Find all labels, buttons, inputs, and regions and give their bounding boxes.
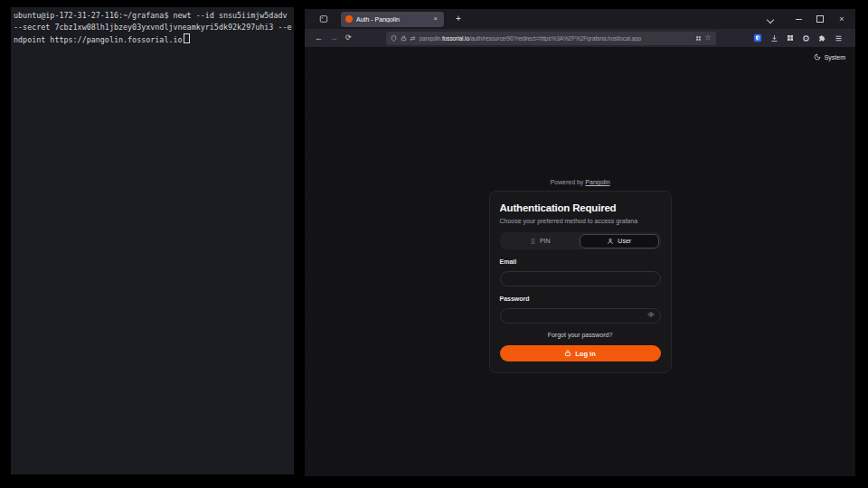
- terminal-window[interactable]: ubuntu@ip-172-31-27-116:~/grafana$ newt …: [11, 7, 294, 474]
- tab-pin[interactable]: PIN: [501, 234, 580, 249]
- login-lock-icon: [564, 350, 571, 357]
- terminal-line: --secret 7cbz1xw08lh1jbzey03yxvndljvneam…: [14, 22, 292, 33]
- browser-window: Auth - Pangolin × + × ← → ⟳: [305, 9, 855, 476]
- page-content: System Powered by Pangolin Authenticatio…: [305, 47, 855, 476]
- user-icon: [607, 238, 614, 245]
- firefox-view-icon: [319, 14, 328, 23]
- forward-button[interactable]: →: [326, 34, 342, 42]
- tab-title: Auth - Pangolin: [356, 16, 429, 23]
- forgot-password-link[interactable]: Forgot your password?: [500, 332, 661, 338]
- tracking-protection-shield-icon[interactable]: [391, 35, 397, 42]
- bookmark-star-icon[interactable]: ☆: [705, 34, 712, 42]
- tab-close-icon[interactable]: ×: [432, 14, 439, 23]
- maximize-icon: [816, 15, 824, 23]
- back-button[interactable]: ←: [311, 34, 326, 42]
- reload-button[interactable]: ⟳: [342, 34, 355, 42]
- terminal-output: ubuntu@ip-172-31-27-116:~/grafana$ newt …: [11, 7, 294, 46]
- firefox-view-button[interactable]: [316, 12, 331, 26]
- url-bar[interactable]: ⇄ pangolin.fossorial.io/auth/resource/90…: [386, 32, 716, 45]
- password-input[interactable]: [500, 308, 661, 324]
- list-tabs-chevron-icon[interactable]: [768, 16, 774, 23]
- window-controls: ×: [794, 14, 846, 23]
- minimize-button[interactable]: [794, 14, 803, 23]
- password-field-wrap: [500, 305, 661, 324]
- email-field-wrap: [500, 268, 661, 286]
- powered-by: Powered by Pangolin: [305, 179, 855, 185]
- url-domain: fossorial.io: [442, 35, 469, 42]
- show-password-eye-icon[interactable]: [647, 311, 655, 318]
- extension-circle-icon[interactable]: [802, 34, 810, 42]
- lock-icon[interactable]: [401, 35, 407, 42]
- password-label: Password: [500, 296, 661, 302]
- theme-switcher-label: System: [825, 54, 845, 61]
- login-button[interactable]: Log in: [500, 345, 661, 361]
- terminal-cursor: [184, 33, 190, 43]
- downloads-icon[interactable]: [770, 34, 778, 42]
- email-label: Email: [500, 258, 661, 265]
- url-text[interactable]: pangolin.fossorial.io/auth/resource/90?r…: [420, 35, 692, 42]
- card-title: Authentication Required: [500, 202, 661, 214]
- containers-grid-icon[interactable]: [787, 34, 794, 42]
- toolbar-extension-icons: [753, 33, 843, 42]
- url-path: /auth/resource/90?redirect=https%3A%2F%2…: [469, 35, 641, 42]
- minimize-icon: [796, 19, 802, 20]
- tab-user-label: User: [618, 238, 631, 244]
- url-prefix: pangolin.: [420, 35, 442, 42]
- menu-hamburger-icon[interactable]: [835, 34, 843, 42]
- pangolin-favicon-icon: [345, 15, 353, 23]
- auth-card: Authentication Required Choose your pref…: [489, 191, 672, 373]
- pin-dialpad-icon: [530, 238, 536, 245]
- browser-tab-auth-pangolin[interactable]: Auth - Pangolin ×: [341, 12, 444, 27]
- powered-by-text: Powered by: [550, 179, 583, 185]
- auth-method-tabs: PIN User: [500, 232, 661, 249]
- page-actions-grid-icon[interactable]: [695, 35, 702, 42]
- new-tab-button[interactable]: +: [452, 14, 465, 24]
- pangolin-link[interactable]: Pangolin: [585, 179, 609, 185]
- terminal-line: ndpoint https://pangolin.fossorial.io: [14, 33, 292, 46]
- desktop-screen: ubuntu@ip-172-31-27-116:~/grafana$ newt …: [0, 0, 868, 488]
- card-subtitle: Choose your preferred method to access g…: [500, 217, 661, 225]
- theme-switcher-button[interactable]: System: [814, 53, 845, 61]
- tab-pin-label: PIN: [540, 238, 551, 244]
- moon-icon: [814, 53, 821, 61]
- browser-tab-bar: Auth - Pangolin × + ×: [305, 9, 855, 29]
- maximize-button[interactable]: [816, 14, 825, 23]
- terminal-line: ubuntu@ip-172-31-27-116:~/grafana$ newt …: [14, 10, 292, 22]
- email-input[interactable]: [500, 271, 661, 286]
- close-window-button[interactable]: ×: [837, 14, 846, 23]
- browser-nav-toolbar: ← → ⟳ ⇄ pangolin.fossorial.io/auth/resou…: [305, 29, 855, 47]
- login-button-label: Log in: [575, 350, 596, 358]
- terminal-line-text: ndpoint https://pangolin.fossorial.io: [14, 35, 183, 44]
- permissions-swap-icon[interactable]: ⇄: [410, 35, 416, 42]
- tab-user[interactable]: User: [580, 234, 660, 249]
- extensions-puzzle-icon[interactable]: [818, 34, 826, 42]
- bitwarden-extension-icon[interactable]: [753, 33, 762, 42]
